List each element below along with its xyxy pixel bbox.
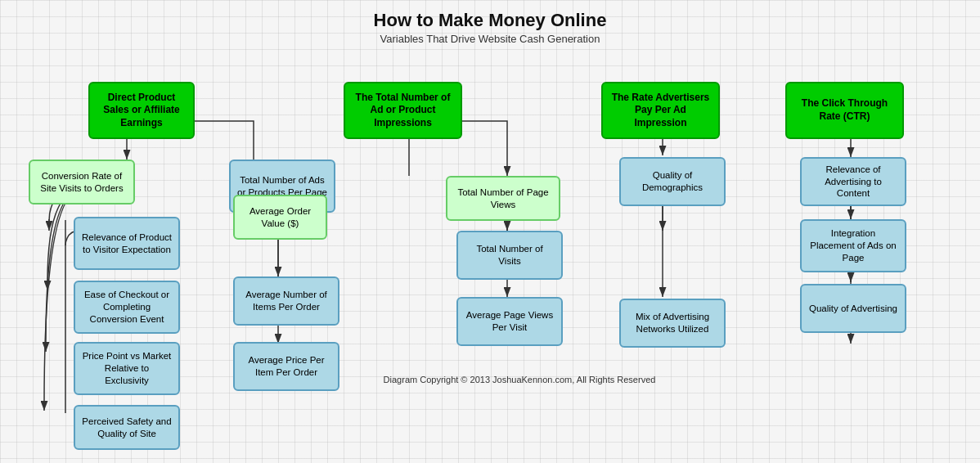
rate-advertisers-pay-box: The Rate Advertisers Pay Per Ad Impressi…: [601, 82, 720, 139]
avg-price-per-item-box: Average Price Per Item Per Order: [233, 342, 339, 391]
relevance-advertising-box: Relevance of Advertising to Content: [800, 157, 906, 206]
mix-advertising-networks-box: Mix of Advertising Networks Utilized: [619, 299, 726, 348]
main-container: How to Make Money Online Variables That …: [0, 0, 980, 463]
avg-page-views-per-visit-box: Average Page Views Per Visit: [456, 297, 563, 346]
direct-product-sales-box: Direct Product Sales or Affiliate Earnin…: [88, 82, 195, 139]
conversion-rate-box: Conversion Rate of Site Visits to Orders: [29, 160, 135, 205]
price-point-box: Price Point vs Market Relative to Exclus…: [74, 342, 180, 395]
total-ad-impressions-box: The Total Number of Ad or Product Impres…: [344, 82, 462, 139]
quality-demographics-box: Quality of Demographics: [619, 157, 726, 206]
click-through-rate-box: The Click Through Rate (CTR): [785, 82, 904, 139]
avg-items-per-order-box: Average Number of Items Per Order: [233, 276, 339, 326]
page-title: How to Make Money Online: [0, 0, 980, 31]
page-subtitle: Variables That Drive Website Cash Genera…: [0, 33, 980, 45]
copyright-text: Diagram Copyright © 2013 JoshuaKennon.co…: [376, 375, 663, 384]
integration-placement-box: Integration Placement of Ads on Page: [800, 219, 906, 272]
total-visits-box: Total Number of Visits: [456, 231, 563, 280]
quality-advertising-box: Quality of Advertising: [800, 284, 906, 333]
average-order-value-box: Average Order Value ($): [233, 195, 327, 240]
perceived-safety-box: Perceived Safety and Quality of Site: [74, 405, 180, 450]
ease-checkout-box: Ease of Checkout or Completing Conversio…: [74, 281, 180, 334]
relevance-product-box: Relevance of Product to Visitor Expectat…: [74, 217, 180, 270]
total-page-views-box: Total Number of Page Views: [446, 176, 560, 221]
